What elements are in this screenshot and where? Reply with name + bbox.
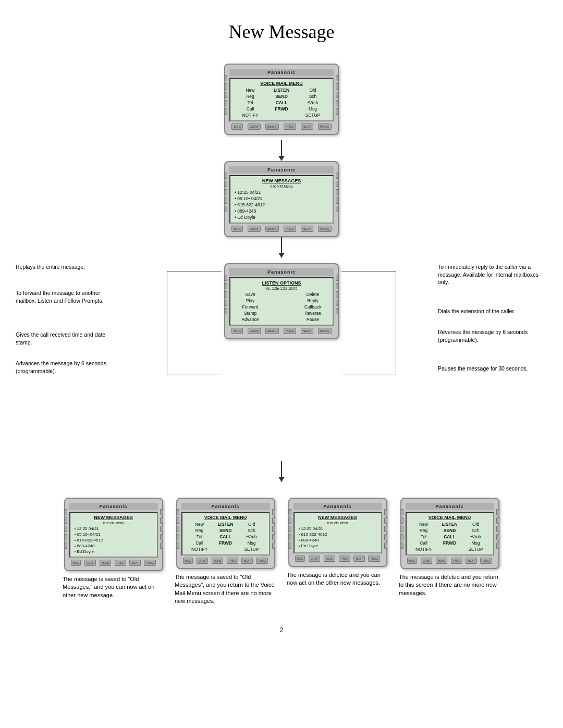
- side-btn[interactable]: [496, 517, 499, 524]
- side-btn[interactable]: [272, 517, 275, 524]
- btn-next[interactable]: NEXT: [241, 558, 252, 564]
- side-btn[interactable]: [336, 83, 339, 90]
- side-btn[interactable]: [288, 526, 291, 532]
- side-btn[interactable]: [160, 534, 163, 540]
- side-btn[interactable]: [64, 542, 67, 549]
- side-btn[interactable]: [496, 526, 499, 532]
- side-btn[interactable]: [336, 275, 339, 281]
- side-btn[interactable]: [160, 509, 163, 515]
- side-btn[interactable]: [176, 534, 179, 540]
- side-btn[interactable]: [272, 509, 275, 515]
- side-btn[interactable]: [224, 300, 227, 306]
- side-btn[interactable]: [224, 108, 227, 115]
- side-btn[interactable]: [224, 92, 227, 98]
- side-btn[interactable]: [224, 198, 227, 204]
- side-btn[interactable]: [272, 542, 275, 549]
- side-btn[interactable]: [336, 172, 339, 179]
- btn-prog[interactable]: PROG: [480, 558, 492, 564]
- side-btn[interactable]: [384, 517, 387, 524]
- btn-prev[interactable]: PREV: [227, 558, 238, 564]
- btn-menu[interactable]: MENU: [212, 558, 224, 564]
- side-btn[interactable]: [288, 509, 291, 515]
- btn-menu[interactable]: MENU: [265, 124, 279, 130]
- side-btn[interactable]: [336, 300, 339, 306]
- side-btn[interactable]: [400, 526, 403, 532]
- side-btn[interactable]: [224, 283, 227, 289]
- btn-next[interactable]: NEXT: [301, 124, 313, 130]
- side-btn[interactable]: [336, 100, 339, 106]
- btn-msg[interactable]: MSG: [231, 124, 243, 130]
- side-btn[interactable]: [336, 198, 339, 204]
- btn-next[interactable]: NEXT: [466, 558, 476, 564]
- side-btn[interactable]: [176, 542, 179, 549]
- btn-menu[interactable]: MENU: [100, 560, 112, 566]
- btn-msg[interactable]: MSG: [295, 556, 305, 562]
- side-btn[interactable]: [336, 206, 339, 212]
- btn-prev[interactable]: PREV: [451, 558, 462, 564]
- side-btn[interactable]: [288, 534, 291, 540]
- btn-prev[interactable]: PREV: [284, 124, 296, 130]
- side-btn[interactable]: [224, 83, 227, 90]
- side-btn[interactable]: [224, 206, 227, 212]
- side-btn[interactable]: [224, 75, 227, 81]
- side-btn[interactable]: [496, 534, 499, 540]
- side-btn[interactable]: [384, 534, 387, 540]
- side-btn[interactable]: [400, 542, 403, 549]
- btn-conf[interactable]: CONF: [84, 560, 96, 566]
- side-btn[interactable]: [64, 509, 67, 515]
- btn-next[interactable]: NEXT: [353, 556, 364, 562]
- btn-prev[interactable]: PREV: [284, 328, 296, 334]
- btn-conf[interactable]: CONF: [421, 558, 432, 564]
- side-btn[interactable]: [176, 526, 179, 532]
- btn-msg[interactable]: MSG: [231, 226, 243, 232]
- side-btn[interactable]: [224, 181, 227, 187]
- btn-next[interactable]: NEXT: [301, 226, 313, 232]
- btn-conf[interactable]: CONF: [309, 556, 320, 562]
- side-btn[interactable]: [288, 542, 291, 549]
- btn-next[interactable]: NEXT: [129, 560, 140, 566]
- side-btn[interactable]: [224, 275, 227, 281]
- btn-prog[interactable]: PROG: [368, 556, 380, 562]
- btn-prog[interactable]: PROG: [318, 124, 332, 130]
- side-btn[interactable]: [64, 534, 67, 540]
- side-btn[interactable]: [176, 509, 179, 515]
- side-btn[interactable]: [224, 308, 227, 314]
- side-btn[interactable]: [384, 509, 387, 515]
- side-btn[interactable]: [496, 542, 499, 549]
- side-btn[interactable]: [384, 542, 387, 549]
- side-btn[interactable]: [336, 189, 339, 195]
- side-btn[interactable]: [224, 291, 227, 298]
- btn-prev[interactable]: PREV: [115, 560, 126, 566]
- side-btn[interactable]: [336, 92, 339, 98]
- side-btn[interactable]: [224, 172, 227, 179]
- side-btn[interactable]: [400, 509, 403, 515]
- btn-msg[interactable]: MSG: [407, 558, 417, 564]
- btn-msg[interactable]: MSG: [183, 558, 193, 564]
- side-btn[interactable]: [336, 291, 339, 298]
- btn-prog[interactable]: PROG: [256, 558, 268, 564]
- side-btn[interactable]: [160, 526, 163, 532]
- btn-prev[interactable]: PREV: [284, 226, 296, 232]
- side-btn[interactable]: [272, 526, 275, 532]
- side-btn[interactable]: [496, 509, 499, 515]
- btn-msg[interactable]: MSG: [71, 560, 81, 566]
- side-btn[interactable]: [336, 108, 339, 115]
- btn-menu[interactable]: MENU: [436, 558, 448, 564]
- side-btn[interactable]: [336, 308, 339, 314]
- btn-prog[interactable]: PROG: [318, 328, 332, 334]
- side-btn[interactable]: [400, 534, 403, 540]
- side-btn[interactable]: [224, 100, 227, 106]
- btn-conf[interactable]: CONF: [197, 558, 208, 564]
- side-btn[interactable]: [400, 517, 403, 524]
- side-btn[interactable]: [272, 534, 275, 540]
- side-btn[interactable]: [176, 517, 179, 524]
- side-btn[interactable]: [384, 526, 387, 532]
- btn-prev[interactable]: PREV: [339, 556, 350, 562]
- btn-prog[interactable]: PROG: [318, 226, 332, 232]
- btn-menu[interactable]: MENU: [265, 328, 279, 334]
- btn-menu[interactable]: MENU: [324, 556, 336, 562]
- btn-menu[interactable]: MENU: [265, 226, 279, 232]
- btn-next[interactable]: NEXT: [301, 328, 313, 334]
- side-btn[interactable]: [288, 517, 291, 524]
- side-btn[interactable]: [64, 517, 67, 524]
